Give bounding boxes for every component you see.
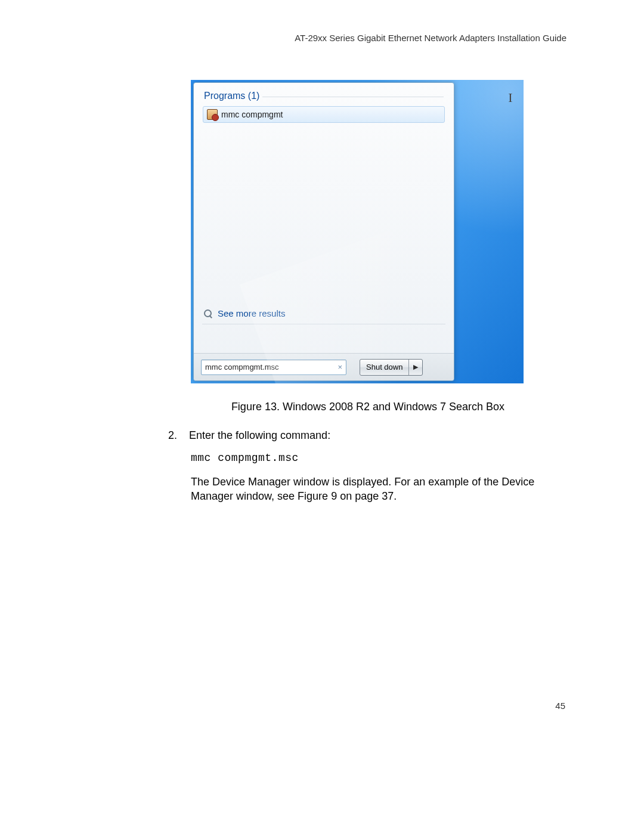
shutdown-label: Shut down (366, 363, 402, 371)
step-2: 2. Enter the following command: (168, 428, 537, 442)
step-text: Enter the following command: (189, 429, 330, 441)
see-more-label: See more results (218, 308, 285, 318)
command-text: mmc compmgmt.msc (191, 452, 299, 464)
mmc-snapin-icon (207, 109, 218, 120)
start-menu-panel: Programs (1) mmc compmgmt See mo (193, 82, 454, 381)
document-page: AT-29xx Series Gigabit Ethernet Network … (0, 0, 644, 833)
start-menu-bottom-bar: mmc compmgmt.msc × Shut down ▶ (194, 353, 454, 380)
chevron-right-icon: ▶ (413, 363, 418, 371)
clear-search-icon[interactable]: × (338, 363, 342, 371)
programs-group-label: Programs (1) (204, 91, 445, 101)
search-result-item[interactable]: mmc compmgmt (203, 106, 445, 123)
body-paragraph: The Device Manager window is displayed. … (191, 475, 537, 504)
search-result-label: mmc compmgmt (221, 110, 283, 119)
divider (202, 324, 445, 324)
see-more-results-link[interactable]: See more results (203, 308, 444, 318)
figure-desktop-background: I Programs (1) mmc compmgmt (191, 80, 524, 383)
search-input-value: mmc compmgmt.msc (205, 363, 279, 371)
shutdown-button[interactable]: Shut down (360, 360, 409, 375)
magnifier-icon (203, 309, 213, 318)
text-cursor-icon: I (507, 92, 514, 104)
search-input[interactable]: mmc compmgmt.msc × (201, 360, 346, 375)
start-menu-results-area: Programs (1) mmc compmgmt See mo (194, 83, 454, 353)
page-number: 45 (555, 701, 565, 711)
figure-caption: Figure 13. Windows 2008 R2 and Windows 7… (224, 401, 512, 413)
group-divider (262, 97, 444, 97)
step-number: 2. (168, 428, 186, 442)
shutdown-options-arrow[interactable]: ▶ (409, 360, 422, 375)
shutdown-split-button[interactable]: Shut down ▶ (360, 359, 423, 376)
running-header: AT-29xx Series Gigabit Ethernet Network … (295, 33, 566, 43)
programs-group: Programs (1) mmc compmgmt (202, 90, 445, 123)
